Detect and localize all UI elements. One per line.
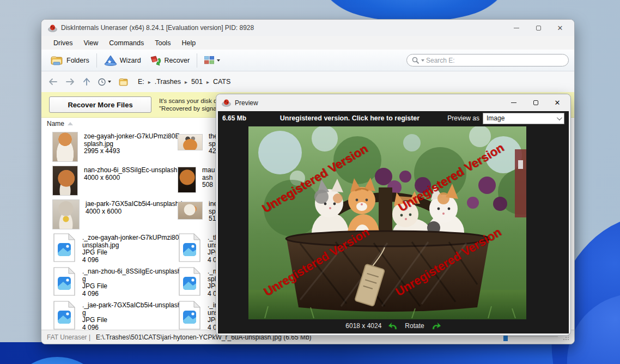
toolbar-separator [96, 53, 97, 68]
app-icon [222, 99, 231, 107]
breadcrumb-separator-icon: ▸ [183, 79, 190, 85]
column-header-name[interactable]: Name [47, 120, 73, 128]
breadcrumb-trashes[interactable]: .Trashes [153, 78, 183, 86]
image-file-icon [52, 301, 76, 330]
sort-ascending-icon [68, 122, 73, 125]
chevron-down-icon [557, 115, 562, 120]
back-button[interactable] [48, 78, 58, 86]
preview-image: Unregistered Version Unregistered Versio… [248, 126, 526, 319]
preview-bottombar: 6018 x 4024 Rotate [218, 318, 569, 333]
image-file-icon [178, 233, 202, 262]
preview-as-value: Image [487, 114, 504, 122]
folders-button[interactable]: Folders [47, 53, 93, 68]
wizard-icon [104, 55, 117, 66]
main-titlebar[interactable]: DiskInternals Uneraser (x64) 8.24.1 [Eva… [41, 20, 574, 36]
folder-icon [119, 78, 129, 86]
image-file-icon [178, 301, 202, 330]
breadcrumb-501[interactable]: 501 [190, 78, 204, 86]
app-icon [48, 24, 57, 32]
wizard-button[interactable]: Wizard [100, 53, 145, 68]
menu-view[interactable]: View [78, 38, 104, 48]
history-clock-icon [98, 78, 106, 86]
view-mode-button[interactable] [200, 54, 224, 66]
preview-maximize-button[interactable] [525, 96, 546, 110]
recover-button[interactable]: Recover [145, 53, 194, 68]
image-file-icon [178, 267, 202, 296]
image-file-icon [52, 267, 76, 296]
breadcrumb-drive[interactable]: E: [136, 78, 146, 86]
maximize-button[interactable] [527, 21, 549, 35]
rotate-left-button[interactable] [388, 322, 398, 330]
wallpaper-top-bloom [327, 0, 501, 22]
navigation-bar: E: ▸ .Trashes ▸ 501 ▸ CATS [41, 71, 574, 92]
register-link[interactable]: Unregistered version. Click here to regi… [218, 114, 482, 122]
up-button[interactable] [83, 77, 90, 86]
recover-label: Recover [165, 57, 190, 64]
preview-window: Preview ✕ 6.65 Mb Unregistered version. … [216, 94, 571, 336]
folders-icon [51, 55, 64, 65]
rotate-label: Rotate [405, 322, 424, 330]
thumbnail [52, 132, 78, 162]
window-title: DiskInternals Uneraser (x64) 8.24.1 [Eva… [61, 24, 506, 32]
preview-infobar: 6.65 Mb Unregistered version. Click here… [218, 111, 569, 125]
minimize-button[interactable] [506, 21, 527, 35]
thumbnail [52, 199, 80, 229]
views-icon [204, 56, 214, 64]
rotate-right-button[interactable] [431, 322, 441, 330]
preview-minimize-button[interactable] [503, 96, 525, 110]
thumbnail [178, 167, 196, 193]
preview-titlebar[interactable]: Preview ✕ [216, 94, 570, 111]
preview-as-dropdown[interactable]: Image [483, 113, 564, 124]
recover-icon [149, 55, 162, 66]
toolbar: Folders Wizard Recover [41, 50, 574, 71]
thumbnail [178, 202, 203, 220]
history-button[interactable] [98, 78, 111, 86]
wallpaper-bottom-band [0, 342, 620, 364]
preview-title: Preview [235, 99, 503, 107]
toolbar-separator [197, 53, 197, 68]
breadcrumb-separator-icon: ▸ [146, 79, 153, 85]
search-input[interactable] [426, 57, 563, 64]
recover-more-files-button[interactable]: Recover More Files [49, 96, 151, 113]
search-scope-chevron-icon [421, 59, 424, 62]
wizard-label: Wizard [120, 57, 141, 64]
image-dimensions: 6018 x 4024 [345, 322, 381, 330]
menu-help[interactable]: Help [176, 38, 201, 48]
menu-drives[interactable]: Drives [48, 38, 78, 48]
breadcrumb-separator-icon: ▸ [204, 79, 211, 85]
close-button[interactable]: ✕ [549, 21, 571, 35]
menu-tools[interactable]: Tools [149, 38, 176, 48]
zoom-slider[interactable] [503, 336, 558, 338]
forward-button[interactable] [65, 78, 75, 86]
search-box[interactable] [406, 54, 569, 66]
chevron-down-icon [217, 59, 220, 62]
preview-body: 6.65 Mb Unregistered version. Click here… [218, 111, 569, 333]
menu-commands[interactable]: Commands [104, 38, 149, 48]
thumbnail [52, 166, 78, 196]
folders-label: Folders [66, 57, 89, 64]
image-file-icon [52, 233, 76, 262]
thumbnail [178, 134, 203, 150]
breadcrumb-cats[interactable]: CATS [211, 78, 232, 86]
chevron-down-icon [108, 81, 111, 83]
search-icon [412, 57, 420, 64]
preview-close-button[interactable]: ✕ [546, 96, 568, 110]
menu-bar: Drives View Commands Tools Help [41, 36, 574, 50]
status-mode: FAT Uneraser | [47, 333, 90, 341]
